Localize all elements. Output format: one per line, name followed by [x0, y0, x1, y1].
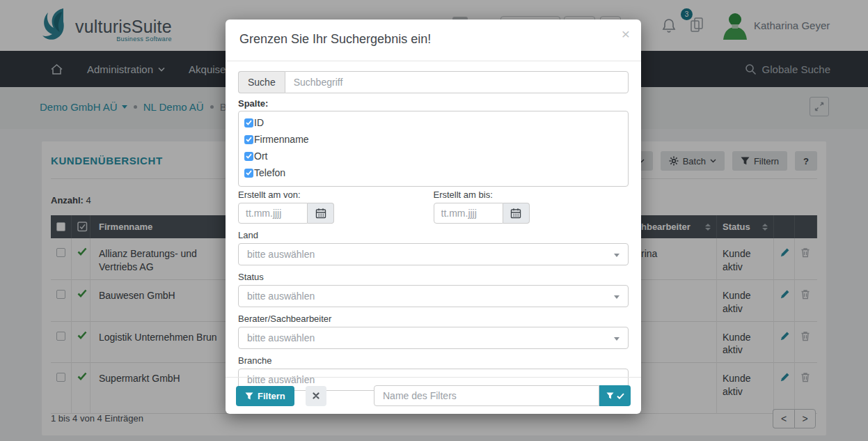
berater-select[interactable]: bitte auswählen — [238, 327, 629, 349]
check-icon — [617, 393, 624, 399]
calendar-button[interactable] — [503, 203, 530, 224]
column-option: Telefon — [244, 164, 622, 181]
checkbox-checked-icon[interactable] — [244, 135, 253, 144]
checkbox-checked-icon[interactable] — [244, 118, 253, 127]
app-root: vulturisSuite Business Software 3 — [0, 0, 868, 441]
column-option: Firmenname — [244, 131, 622, 148]
caret-down-icon — [614, 295, 620, 299]
column-option: ID — [244, 114, 622, 131]
funnel-icon — [245, 392, 253, 400]
caret-down-icon — [614, 337, 620, 341]
modal-header: Grenzen Sie Ihr Suchergebnis ein! × — [226, 20, 641, 61]
checkbox-checked-icon[interactable] — [244, 152, 253, 161]
modal-body: Suche Spalte: ID Firmenname Ort — [226, 61, 641, 391]
column-options-box: ID Firmenname Ort Telefon — [238, 111, 629, 187]
search-term-input[interactable] — [285, 71, 629, 93]
column-option-label[interactable]: Ort — [254, 150, 267, 162]
column-option: Ort — [244, 148, 622, 164]
save-filter-button[interactable] — [599, 385, 631, 406]
column-option-label[interactable]: Telefon — [254, 167, 285, 178]
status-select[interactable]: bitte auswählen — [238, 285, 629, 307]
berater-label: Berater/Sachbearbeiter — [238, 314, 629, 324]
date-to-field: Erstellt am bis: — [434, 189, 629, 224]
calendar-icon — [510, 208, 521, 219]
date-from-label: Erstellt am von: — [238, 189, 434, 200]
calendar-button[interactable] — [308, 203, 334, 224]
column-option-label[interactable]: Firmenname — [254, 134, 309, 145]
apply-filter-button[interactable]: Filtern — [236, 386, 294, 406]
filter-modal: Grenzen Sie Ihr Suchergebnis ein! × Such… — [226, 20, 641, 414]
spalte-label: Spalte: — [238, 98, 629, 109]
caret-down-icon — [614, 254, 620, 257]
column-option-label[interactable]: ID — [254, 117, 264, 128]
close-icon[interactable]: × — [622, 26, 630, 41]
date-from-input[interactable] — [238, 203, 308, 224]
branche-label: Branche — [238, 355, 629, 366]
clear-filter-button[interactable] — [306, 386, 326, 406]
date-range-section: Erstellt am von: Erstellt am — [238, 189, 629, 224]
status-label: Status — [238, 272, 629, 282]
modal-title: Grenzen Sie Ihr Suchergebnis ein! — [239, 32, 431, 46]
land-select[interactable]: bitte auswählen — [238, 243, 629, 265]
filter-name-input[interactable] — [374, 385, 599, 406]
calendar-icon — [315, 208, 326, 219]
search-group: Suche — [238, 71, 629, 93]
save-filter-group — [374, 385, 631, 406]
date-to-label: Erstellt am bis: — [434, 189, 629, 200]
land-label: Land — [238, 230, 629, 240]
date-from-field: Erstellt am von: — [238, 189, 434, 224]
search-addon-button[interactable]: Suche — [238, 71, 285, 93]
x-icon — [313, 392, 319, 399]
checkbox-checked-icon[interactable] — [244, 169, 253, 178]
funnel-icon — [606, 392, 614, 399]
modal-footer: Filtern — [226, 377, 641, 414]
date-to-input[interactable] — [434, 203, 503, 224]
